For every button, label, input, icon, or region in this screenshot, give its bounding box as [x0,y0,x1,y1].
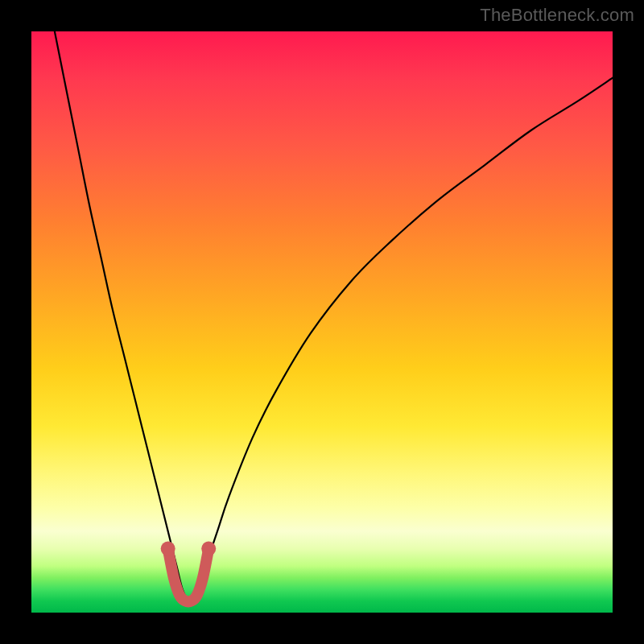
optimal-zone-endpoint [161,542,175,556]
curve-layer [31,31,613,613]
optimal-zone-curve [168,549,209,602]
plot-area [31,31,613,613]
optimal-zone-endpoint [201,542,216,556]
watermark-text: TheBottleneck.com [480,5,634,26]
optimal-zone-dots [161,542,217,556]
bottleneck-curve [55,31,613,603]
chart-frame: TheBottleneck.com [0,0,644,644]
